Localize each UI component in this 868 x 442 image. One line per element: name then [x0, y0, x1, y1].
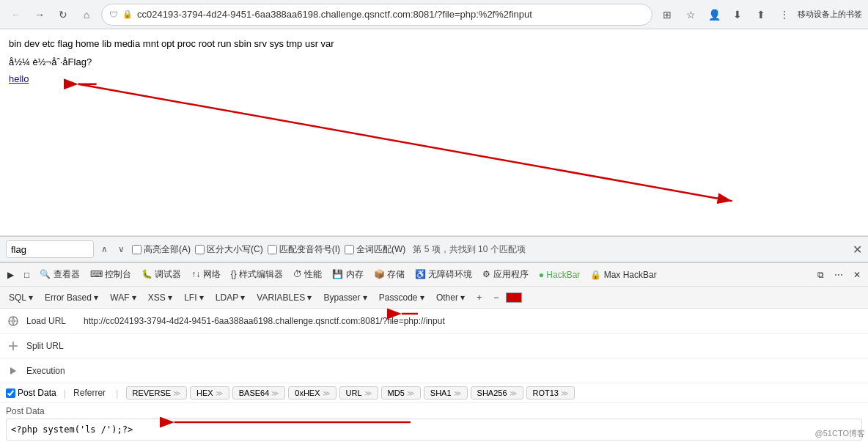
- devtools-debugger-btn[interactable]: 🐛 调试器: [137, 265, 185, 284]
- hackbar-minus-btn[interactable]: −: [489, 290, 503, 305]
- post-data-label: Post Data: [6, 406, 862, 416]
- devtools-memory-btn[interactable]: 💾 内存: [328, 265, 367, 284]
- hackbar-sql-menu[interactable]: SQL ▾: [4, 290, 37, 305]
- post-data-checkbox-label[interactable]: Post Data: [6, 388, 56, 398]
- hackbar-passcode-menu[interactable]: Passcode ▾: [375, 290, 429, 305]
- devtools-close-btn[interactable]: ✕: [849, 267, 865, 283]
- devtools-toolbar: ▶ □ 🔍 查看器 ⌨ 控制台 🐛 调试器 ↑↓ 网络 {} 样式编辑器 ⏱ 性…: [0, 263, 868, 287]
- devtools-accessibility-btn[interactable]: ♿ 无障碍环境: [411, 265, 477, 284]
- svg-line-1: [78, 84, 732, 201]
- devtools-hackbar-btn[interactable]: ● HackBar: [534, 267, 585, 283]
- split-url-icon: [6, 340, 21, 352]
- devtools-storage-btn[interactable]: 📦 存储: [369, 265, 409, 284]
- hackbar-content: Load URL Split URL: [0, 309, 868, 442]
- hex-btn[interactable]: HEX ≫: [190, 386, 229, 399]
- reverse-btn[interactable]: REVERSE ≫: [126, 386, 188, 399]
- extensions-button[interactable]: ⊞: [657, 4, 677, 25]
- download-button[interactable]: ⬇: [727, 4, 748, 25]
- hackbar-ldap-menu[interactable]: LDAP ▾: [211, 290, 249, 305]
- load-url-row: Load URL: [0, 309, 868, 334]
- profile-button[interactable]: 👤: [704, 4, 724, 25]
- hackbar-variables-menu[interactable]: VARIABLES ▾: [252, 290, 316, 305]
- devtools-maxhackbar-btn[interactable]: 🔒 Max HackBar: [586, 267, 661, 283]
- load-url-icon: [6, 315, 21, 327]
- hackbar-bypasser-menu[interactable]: Bypasser ▾: [319, 290, 371, 305]
- address-text: cc024193-3794-4d24-9451-6aa388aa6198.cha…: [137, 9, 644, 20]
- post-data-section: Post Data: [0, 403, 868, 442]
- post-data-input[interactable]: [6, 419, 862, 441]
- hackbar-other-menu[interactable]: Other ▾: [432, 290, 469, 305]
- find-result: 第 5 项，共找到 10 个匹配项: [413, 243, 525, 256]
- find-input[interactable]: [6, 240, 94, 258]
- hackbar-lfi-menu[interactable]: LFI ▾: [180, 290, 208, 305]
- post-data-checkbox[interactable]: [6, 388, 15, 398]
- load-url-input[interactable]: [84, 316, 862, 326]
- encode-row: Post Data | Referrer | REVERSE ≫ HEX ≫ B…: [0, 383, 868, 403]
- browser-chrome: ← → ↻ ⌂ 🛡 🔒 cc024193-3794-4d24-9451-6aa3…: [0, 0, 868, 29]
- find-prev-button[interactable]: ∧: [98, 243, 111, 256]
- find-highlight-checkbox[interactable]: [132, 245, 141, 254]
- url-btn[interactable]: URL ≫: [339, 386, 378, 399]
- find-regex-option[interactable]: 匹配变音符号(I): [268, 243, 340, 256]
- hackbar-errorbased-menu[interactable]: Error Based ▾: [40, 290, 103, 305]
- sha1-btn[interactable]: SHA1 ≫: [424, 386, 468, 399]
- find-highlight-option[interactable]: 高亮全部(A): [132, 243, 191, 256]
- base64-btn[interactable]: BASE64 ≫: [232, 386, 286, 399]
- back-button[interactable]: ←: [6, 4, 26, 25]
- devtools-style-btn[interactable]: {} 样式编辑器: [227, 265, 287, 284]
- page-line1: bin dev etc flag home lib media mnt opt …: [9, 37, 859, 52]
- 0xhex-btn[interactable]: 0xHEX ≫: [288, 386, 336, 399]
- devtools-inspector-btn[interactable]: □: [20, 267, 34, 283]
- lock-icon: 🔒: [122, 10, 133, 19]
- address-bar[interactable]: 🛡 🔒 cc024193-3794-4d24-9451-6aa388aa6198…: [101, 4, 652, 26]
- bookmark-button[interactable]: ☆: [680, 4, 701, 25]
- home-button[interactable]: ⌂: [76, 4, 97, 25]
- find-bar: ∧ ∨ 高亮全部(A) 区分大小写(C) 匹配变音符号(I) 全词匹配(W) 第…: [0, 236, 868, 262]
- find-case-checkbox[interactable]: [195, 245, 205, 254]
- find-regex-checkbox[interactable]: [268, 245, 277, 254]
- find-whole-checkbox[interactable]: [345, 245, 354, 254]
- rot13-btn[interactable]: ROT13 ≫: [526, 386, 575, 399]
- hackbar-waf-menu[interactable]: WAF ▾: [106, 290, 141, 305]
- hackbar-menu: SQL ▾ Error Based ▾ WAF ▾ XSS ▾ LFI ▾ LD…: [0, 287, 868, 309]
- devtools-copy-btn[interactable]: ⧉: [813, 267, 828, 283]
- flag-icon: [506, 292, 522, 303]
- load-url-label: Load URL: [26, 316, 78, 326]
- watermark: @51CTO博客: [815, 428, 865, 439]
- execution-row: Execution: [0, 358, 868, 383]
- hello-link[interactable]: hello: [9, 73, 29, 84]
- referrer-label: Referrer: [73, 388, 106, 398]
- hackbar-xss-menu[interactable]: XSS ▾: [144, 290, 177, 305]
- forward-button[interactable]: →: [29, 4, 50, 25]
- sha256-btn[interactable]: SHA256 ≫: [471, 386, 523, 399]
- devtools-cursor-btn[interactable]: ▶: [3, 267, 18, 283]
- find-close-button[interactable]: ✕: [853, 243, 862, 257]
- devtools-console-btn[interactable]: ⌨ 控制台: [86, 265, 136, 284]
- menu-button[interactable]: ⋮: [774, 4, 795, 25]
- devtools-network-btn[interactable]: ↑↓ 网络: [187, 265, 224, 284]
- share-button[interactable]: ⬆: [751, 4, 771, 25]
- find-next-button[interactable]: ∨: [115, 243, 128, 256]
- split-url-label: Split URL: [26, 341, 78, 351]
- devtools-panel: ▶ □ 🔍 查看器 ⌨ 控制台 🐛 调试器 ↑↓ 网络 {} 样式编辑器 ⏱ 性…: [0, 262, 868, 442]
- hackbar-panel: SQL ▾ Error Based ▾ WAF ▾ XSS ▾ LFI ▾ LD…: [0, 287, 868, 442]
- shield-icon: 🛡: [109, 10, 118, 20]
- toolbar-right: ⊞ ☆ 👤 ⬇ ⬆ ⋮ 移动设备上的书签: [657, 4, 862, 25]
- devtools-right-buttons: ⧉ ⋯ ✕: [813, 267, 865, 283]
- devtools-viewer-btn[interactable]: 🔍 查看器: [35, 265, 84, 284]
- execution-icon: [6, 365, 21, 377]
- split-url-row: Split URL: [0, 334, 868, 358]
- page-line2: å½¼ è½¬åˆ·åFlag?: [9, 55, 859, 70]
- execution-label: Execution: [26, 366, 78, 376]
- bookmark-label: 移动设备上的书签: [798, 9, 862, 20]
- find-whole-option[interactable]: 全词匹配(W): [345, 243, 405, 256]
- find-case-option[interactable]: 区分大小写(C): [195, 243, 263, 256]
- devtools-perf-btn[interactable]: ⏱ 性能: [289, 265, 326, 284]
- devtools-more-btn[interactable]: ⋯: [830, 267, 847, 283]
- nav-buttons: ← → ↻ ⌂: [6, 4, 97, 25]
- devtools-appmanager-btn[interactable]: ⚙ 应用程序: [478, 265, 532, 284]
- page-content: bin dev etc flag home lib media mnt opt …: [0, 29, 868, 236]
- reload-button[interactable]: ↻: [53, 4, 73, 25]
- md5-btn[interactable]: MD5 ≫: [381, 386, 421, 399]
- hackbar-plus-btn[interactable]: +: [472, 290, 486, 305]
